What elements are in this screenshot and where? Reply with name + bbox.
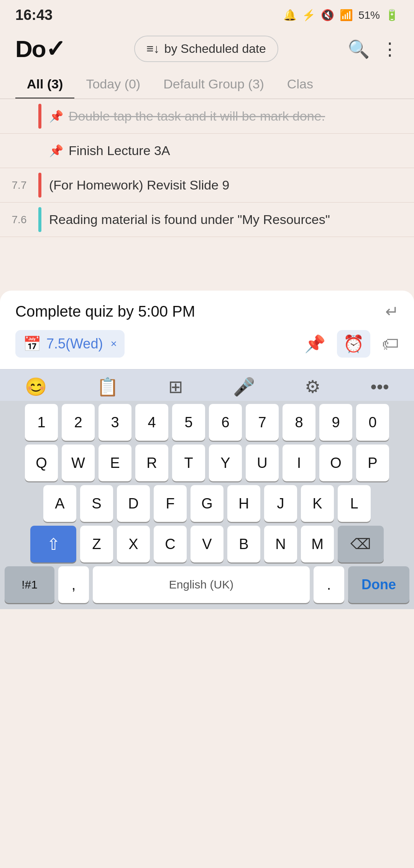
task-text-3: (For Homework) Revisit Slide 9 <box>49 176 229 195</box>
key-h[interactable]: H <box>227 485 260 522</box>
key-r[interactable]: R <box>135 445 168 481</box>
pin-toolbar-icon[interactable]: 📌 <box>304 334 325 354</box>
key-q[interactable]: Q <box>25 445 58 481</box>
key-5[interactable]: 5 <box>172 404 205 441</box>
space-key[interactable]: English (UK) <box>93 566 310 603</box>
key-t[interactable]: T <box>172 445 205 481</box>
task-text-1: Double tap the task and it will be mark … <box>69 107 325 126</box>
key-o[interactable]: O <box>319 445 352 481</box>
shift-key[interactable]: ⇧ <box>30 526 76 562</box>
table-row[interactable]: 7.7 (For Homework) Revisit Slide 9 <box>0 168 414 203</box>
tab-default-group[interactable]: Default Group (3) <box>152 69 276 99</box>
key-j[interactable]: J <box>264 485 297 522</box>
key-x[interactable]: X <box>117 526 150 562</box>
key-k[interactable]: K <box>301 485 334 522</box>
key-a[interactable]: A <box>43 485 76 522</box>
table-row[interactable]: 📌 Double tap the task and it will be mar… <box>0 99 414 134</box>
status-icons: 🔔 ⚡ 🔇 📶 51% 🔋 <box>283 9 399 21</box>
more-menu-button[interactable]: ⋮ <box>381 39 399 59</box>
tab-today[interactable]: Today (0) <box>74 69 152 99</box>
status-bar: 16:43 🔔 ⚡ 🔇 📶 51% 🔋 <box>0 0 414 27</box>
done-key-label: Done <box>361 577 396 593</box>
battery-icon: 🔋 <box>385 9 399 21</box>
key-8[interactable]: 8 <box>283 404 315 441</box>
tab-all[interactable]: All (3) <box>15 69 74 99</box>
comma-key[interactable]: , <box>58 566 89 603</box>
task-content-1: 📌 Double tap the task and it will be mar… <box>41 99 414 133</box>
done-key[interactable]: Done <box>348 566 409 603</box>
key-9[interactable]: 9 <box>319 404 352 441</box>
app-title: Do✓ <box>15 35 65 63</box>
key-l[interactable]: L <box>338 485 371 522</box>
key-m[interactable]: M <box>301 526 334 562</box>
sort-icon: ≡↓ <box>146 42 160 56</box>
task-accent-4 <box>38 207 41 232</box>
key-4[interactable]: 4 <box>135 404 168 441</box>
key-g[interactable]: G <box>191 485 223 522</box>
backspace-key[interactable]: ⌫ <box>338 526 384 562</box>
key-3[interactable]: 3 <box>99 404 131 441</box>
task-date-3: 7.7 <box>0 168 38 202</box>
key-f[interactable]: F <box>154 485 187 522</box>
emoji-tool-icon[interactable]: 😊 <box>25 376 47 397</box>
grid-tool-icon[interactable]: ⊞ <box>168 376 183 397</box>
special-chars-key[interactable]: !#1 <box>5 566 54 603</box>
status-time: 16:43 <box>15 7 53 23</box>
task-content-4: Reading material is found under "My Reso… <box>41 203 414 237</box>
input-toolbar: 📅 7.5(Wed) × 📌 ⏰ 🏷 <box>15 330 399 358</box>
space-key-label: English (UK) <box>169 578 233 591</box>
task-list: 📌 Double tap the task and it will be mar… <box>0 99 414 237</box>
tab-class[interactable]: Clas <box>276 69 325 99</box>
key-z[interactable]: Z <box>80 526 113 562</box>
key-6[interactable]: 6 <box>209 404 242 441</box>
zxcv-row: ⇧ Z X C V B N M ⌫ <box>2 526 412 562</box>
date-chip-label: 7.5(Wed) <box>46 336 103 352</box>
task-date-1 <box>0 99 38 133</box>
clipboard-tool-icon[interactable]: 📋 <box>97 376 118 397</box>
calendar-chip-icon: 📅 <box>23 335 41 352</box>
number-row: 1 2 3 4 5 6 7 8 9 0 <box>2 404 412 441</box>
signal-icon: 📶 <box>340 9 353 21</box>
pin-icon-1: 📌 <box>49 110 63 123</box>
key-p[interactable]: P <box>356 445 389 481</box>
period-key[interactable]: . <box>314 566 344 603</box>
key-d[interactable]: D <box>117 485 150 522</box>
key-y[interactable]: Y <box>209 445 242 481</box>
key-7[interactable]: 7 <box>246 404 279 441</box>
key-c[interactable]: C <box>154 526 187 562</box>
key-e[interactable]: E <box>99 445 131 481</box>
key-s[interactable]: S <box>80 485 113 522</box>
key-u[interactable]: U <box>246 445 279 481</box>
mute-icon: 🔇 <box>321 9 334 21</box>
tag-toolbar-icon[interactable]: 🏷 <box>382 334 399 353</box>
more-tool-icon[interactable]: ••• <box>371 376 389 397</box>
key-1[interactable]: 1 <box>25 404 58 441</box>
key-0[interactable]: 0 <box>356 404 389 441</box>
enter-button[interactable]: ↵ <box>385 302 399 321</box>
app-header: Do✓ ≡↓ by Scheduled date 🔍 ⋮ <box>0 27 414 69</box>
tools-row: 😊 📋 ⊞ 🎤 ⚙ ••• <box>0 369 414 401</box>
table-row[interactable]: 📌 Finish Lecture 3A <box>0 134 414 168</box>
sort-label: by Scheduled date <box>164 42 266 56</box>
key-w[interactable]: W <box>62 445 95 481</box>
task-accent-2 <box>38 138 41 163</box>
date-chip[interactable]: 📅 7.5(Wed) × <box>15 330 125 358</box>
key-i[interactable]: I <box>283 445 315 481</box>
task-accent-3 <box>38 173 41 198</box>
settings-tool-icon[interactable]: ⚙ <box>305 376 320 397</box>
asdf-row: A S D F G H J K L <box>2 485 412 522</box>
table-row[interactable]: 7.6 Reading material is found under "My … <box>0 203 414 237</box>
key-2[interactable]: 2 <box>62 404 95 441</box>
task-accent-1 <box>38 104 41 129</box>
alarm-toolbar-icon[interactable]: ⏰ <box>337 330 370 358</box>
sort-button[interactable]: ≡↓ by Scheduled date <box>134 36 278 62</box>
input-row: Complete quiz by 5:00 PM ↵ <box>15 302 399 321</box>
input-text[interactable]: Complete quiz by 5:00 PM <box>15 303 385 320</box>
toolbar-right-icons: 📌 ⏰ 🏷 <box>304 330 399 358</box>
key-n[interactable]: N <box>264 526 297 562</box>
key-b[interactable]: B <box>227 526 260 562</box>
mic-tool-icon[interactable]: 🎤 <box>233 376 255 397</box>
key-v[interactable]: V <box>191 526 223 562</box>
search-button[interactable]: 🔍 <box>348 39 370 59</box>
date-chip-close[interactable]: × <box>110 338 117 350</box>
